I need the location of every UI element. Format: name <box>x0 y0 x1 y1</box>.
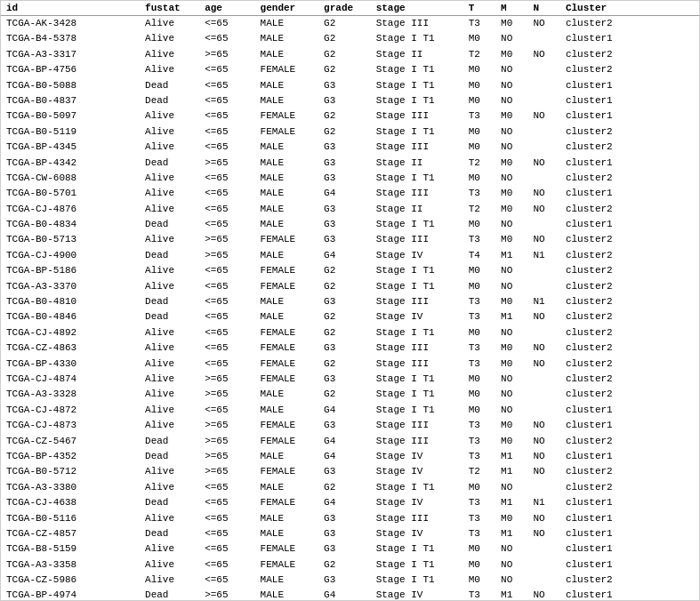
table-cell: Alive <box>140 140 199 155</box>
table-cell: Alive <box>140 557 199 573</box>
table-cell: cluster2 <box>560 294 699 309</box>
table-cell: G3 <box>318 140 371 155</box>
table-cell: cluster1 <box>560 93 699 108</box>
table-cell: Alive <box>140 62 199 77</box>
table-cell: <=65 <box>199 573 254 588</box>
table-cell: NO <box>495 557 527 573</box>
table-cell: G2 <box>318 557 371 573</box>
table-row: TCGA-AK-3428Alive<=65MALEG2Stage IIIT3M0… <box>1 16 699 32</box>
table-cell: M0 <box>495 434 527 449</box>
table-cell: Alive <box>140 47 199 62</box>
table-cell: NO <box>495 31 527 46</box>
table-cell: FEMALE <box>255 434 319 449</box>
table-cell: >=65 <box>199 372 254 387</box>
table-row: TCGA-B0-4846Dead<=65MALEG2Stage IVT3M1NO… <box>1 309 699 325</box>
table-cell: <=65 <box>199 202 254 217</box>
col-header-T: T <box>463 1 495 16</box>
table-cell: <=65 <box>199 78 254 93</box>
table-cell: G2 <box>318 357 371 372</box>
table-cell <box>527 263 559 278</box>
table-cell: MALE <box>255 16 319 32</box>
table-cell: T2 <box>463 156 495 171</box>
table-cell: cluster2 <box>560 47 699 62</box>
table-cell: MALE <box>255 248 319 263</box>
table-cell: Alive <box>140 341 199 356</box>
table-cell: G3 <box>318 418 371 433</box>
table-row: TCGA-B0-5119Alive<=65FEMALEG2Stage I T1M… <box>1 124 699 140</box>
table-cell: <=65 <box>199 357 254 372</box>
table-cell: Dead <box>140 78 199 93</box>
data-table: id fustat age gender grade stage T M N C… <box>1 1 699 601</box>
table-cell <box>527 93 559 108</box>
table-row: TCGA-B0-5116Alive<=65MALEG3Stage IIIT3M0… <box>1 511 699 526</box>
table-row: TCGA-CJ-4876Alive<=65MALEG3Stage IIT2M0N… <box>1 202 699 217</box>
table-cell: NO <box>495 263 527 278</box>
table-cell: <=65 <box>199 541 254 557</box>
table-cell: NO <box>527 449 559 464</box>
table-cell: cluster2 <box>560 279 699 294</box>
table-cell: Dead <box>140 248 199 263</box>
table-cell: TCGA-CJ-4638 <box>1 495 140 510</box>
table-cell: TCGA-B8-5159 <box>1 541 140 557</box>
table-cell: G2 <box>318 31 371 46</box>
table-cell: Stage III <box>371 434 463 449</box>
table-cell: Stage I T1 <box>371 93 463 108</box>
table-cell: Alive <box>140 403 199 418</box>
table-cell: M0 <box>463 372 495 387</box>
table-cell: G4 <box>318 186 371 201</box>
table-cell: cluster1 <box>560 495 699 510</box>
table-cell: cluster2 <box>560 387 699 402</box>
table-cell: MALE <box>255 309 319 325</box>
table-row: TCGA-B0-5713Alive>=65FEMALEG3Stage IIIT3… <box>1 232 699 247</box>
table-cell: Stage II <box>371 47 463 62</box>
table-body: TCGA-AK-3428Alive<=65MALEG2Stage IIIT3M0… <box>1 16 699 602</box>
table-cell: cluster2 <box>560 573 699 588</box>
table-cell: TCGA-B4-5378 <box>1 31 140 46</box>
table-cell: FEMALE <box>255 418 319 433</box>
table-cell: MALE <box>255 93 319 108</box>
col-header-id: id <box>1 1 140 16</box>
table-cell: M0 <box>495 108 527 124</box>
table-cell: G3 <box>318 511 371 526</box>
table-cell: G2 <box>318 108 371 124</box>
table-cell: G2 <box>318 62 371 77</box>
table-cell: cluster2 <box>560 232 699 247</box>
table-cell: M0 <box>463 78 495 93</box>
table-cell: Alive <box>140 232 199 247</box>
table-cell: NO <box>527 357 559 372</box>
table-cell: MALE <box>255 217 319 232</box>
data-table-container[interactable]: id fustat age gender grade stage T M N C… <box>0 0 700 601</box>
table-cell: G2 <box>318 16 371 32</box>
table-cell: NO <box>495 573 527 588</box>
table-cell: >=65 <box>199 449 254 464</box>
table-cell: cluster1 <box>560 557 699 573</box>
table-cell: Stage III <box>371 108 463 124</box>
table-cell <box>527 124 559 140</box>
table-cell: Stage I T1 <box>371 171 463 186</box>
table-cell: G4 <box>318 248 371 263</box>
table-row: TCGA-B0-4834Dead<=65MALEG3Stage I T1M0NO… <box>1 217 699 232</box>
table-cell: NO <box>495 93 527 108</box>
table-row: TCGA-A3-3380Alive<=65MALEG2Stage I T1M0N… <box>1 480 699 495</box>
table-cell: Alive <box>140 202 199 217</box>
table-cell: G2 <box>318 325 371 341</box>
col-header-grade: grade <box>318 1 371 16</box>
table-cell: M0 <box>495 511 527 526</box>
table-cell: TCGA-B0-5701 <box>1 186 140 201</box>
table-cell: N1 <box>527 294 559 309</box>
table-cell: FEMALE <box>255 263 319 278</box>
table-row: TCGA-CZ-5986Alive<=65MALEG3Stage I T1M0N… <box>1 573 699 588</box>
table-cell: cluster2 <box>560 464 699 479</box>
table-cell: NO <box>527 186 559 201</box>
table-cell: Stage I T1 <box>371 217 463 232</box>
table-cell: G3 <box>318 372 371 387</box>
table-cell <box>527 573 559 588</box>
table-cell: NO <box>527 108 559 124</box>
table-cell: cluster2 <box>560 325 699 341</box>
table-cell: Dead <box>140 156 199 171</box>
table-cell: G3 <box>318 78 371 93</box>
table-cell: FEMALE <box>255 464 319 479</box>
table-cell: Dead <box>140 434 199 449</box>
table-cell: Dead <box>140 526 199 541</box>
table-cell: cluster1 <box>560 526 699 541</box>
